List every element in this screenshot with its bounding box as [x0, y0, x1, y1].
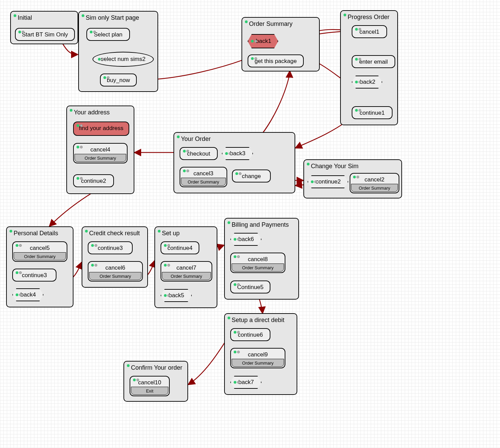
- container-title: Personal Details: [14, 230, 58, 237]
- node-dots-icon: [77, 146, 83, 148]
- node-dots-icon: [98, 58, 104, 61]
- node-start-bt-sim-only[interactable]: Start BT Sim Only: [15, 28, 75, 41]
- status-dot-icon: [85, 230, 88, 233]
- node-cancel3[interactable]: cancel3 Order Summary: [180, 167, 227, 187]
- node-enter-email[interactable]: enter email: [352, 55, 395, 68]
- node-dots-icon: [225, 152, 231, 155]
- node-dots-icon: [355, 58, 361, 61]
- node-label: back1: [256, 38, 271, 45]
- node-label: buy_now: [107, 77, 130, 84]
- node-back3[interactable]: back3: [222, 147, 253, 160]
- node-dots-icon: [133, 379, 139, 381]
- node-label: continue4: [167, 245, 193, 252]
- node-continue2-sim[interactable]: continue2: [307, 175, 348, 188]
- node-continue3-cc[interactable]: continue3: [88, 241, 133, 254]
- sublabel-order-summary: Order Summary: [74, 154, 126, 162]
- node-select-num-sims[interactable]: select num sims2: [93, 52, 154, 67]
- container-title: Order Summary: [249, 20, 293, 28]
- node-dots-icon: [90, 31, 96, 33]
- node-change[interactable]: change: [232, 170, 271, 182]
- status-dot-icon: [70, 109, 72, 112]
- sublabel-order-summary: Order Summary: [14, 252, 66, 260]
- node-cancel10[interactable]: cancel10 Exit: [130, 376, 170, 396]
- node-continue4[interactable]: continue4: [161, 241, 199, 254]
- container-personal-details[interactable]: Personal Details cancel5 Order Summary c…: [6, 226, 73, 307]
- node-back7[interactable]: back7: [230, 376, 262, 389]
- node-cancel4[interactable]: cancel4 Order Summary: [73, 143, 128, 163]
- node-label: select num sims2: [101, 56, 145, 63]
- node-dots-icon: [183, 150, 189, 153]
- container-initial[interactable]: Initial Start BT Sim Only: [10, 11, 78, 44]
- node-find-your-address[interactable]: find your address: [73, 122, 129, 136]
- node-cancel5[interactable]: cancel5 Order Summary: [12, 241, 67, 262]
- node-back5[interactable]: back5: [161, 289, 192, 302]
- node-label: cancel6: [105, 265, 126, 271]
- container-sim-start[interactable]: Sim only Start page Select plan select n…: [78, 11, 158, 92]
- container-set-up[interactable]: Set up continue4 cancel7 Order Summary b…: [154, 226, 217, 308]
- node-dots-icon: [183, 170, 189, 172]
- container-billing[interactable]: Billing and Payments back6 cancel8 Order…: [224, 218, 299, 300]
- status-dot-icon: [158, 230, 161, 233]
- node-back6[interactable]: back6: [230, 233, 262, 246]
- node-cancel8[interactable]: cancel8 Order Summary: [230, 253, 285, 273]
- node-label: enter email: [359, 59, 388, 65]
- node-label: continue3: [22, 272, 47, 279]
- container-change-your-sim[interactable]: Change Your Sim continue2 cancel2 Order …: [303, 159, 402, 198]
- container-your-address[interactable]: Your address find your address cancel4 O…: [66, 106, 134, 194]
- container-title: Your Order: [181, 135, 211, 143]
- container-title: Your address: [74, 109, 110, 116]
- node-cancel9[interactable]: cancel9 Order Summary: [230, 348, 285, 368]
- node-cancel1[interactable]: cancel1: [352, 25, 387, 38]
- node-dots-icon: [234, 283, 240, 286]
- node-continue3-pd[interactable]: continue3: [12, 269, 56, 282]
- node-continue6[interactable]: continue6: [230, 328, 270, 341]
- container-title: Credit check result: [89, 230, 140, 237]
- sublabel-order-summary: Order Summary: [232, 359, 284, 367]
- node-select-plan[interactable]: Select plan: [86, 28, 130, 41]
- container-progress-order[interactable]: Progress Order cancel1 enter email back2…: [340, 10, 398, 125]
- container-order-summary[interactable]: Order Summary back1 get this package: [241, 17, 320, 71]
- node-dots-icon: [235, 172, 241, 175]
- node-label: continue1: [360, 110, 385, 116]
- status-dot-icon: [10, 230, 12, 233]
- node-cancel7[interactable]: cancel7 Order Summary: [161, 261, 212, 282]
- status-dot-icon: [127, 364, 130, 367]
- status-dot-icon: [228, 221, 230, 224]
- node-get-this-package[interactable]: get this package: [248, 54, 304, 67]
- node-cancel2[interactable]: cancel2 Order Summary: [350, 173, 399, 193]
- node-continue2-address[interactable]: continue2: [73, 174, 114, 187]
- container-title: Initial: [18, 14, 32, 21]
- node-continue5[interactable]: Continue5: [230, 281, 270, 293]
- node-dots-icon: [164, 294, 170, 297]
- node-dots-icon: [355, 28, 361, 31]
- container-your-order[interactable]: Your Order checkout back3 cancel3 Order …: [173, 132, 295, 193]
- container-title: Confirm Your order: [131, 364, 182, 371]
- node-label: cancel5: [30, 245, 50, 252]
- container-title: Setup a direct debit: [232, 317, 284, 324]
- container-title: Billing and Payments: [232, 221, 289, 228]
- node-cancel6[interactable]: cancel6 Order Summary: [88, 261, 143, 282]
- status-dot-icon: [245, 20, 248, 23]
- node-label: continue2: [81, 178, 106, 185]
- node-back2[interactable]: back2: [352, 76, 382, 89]
- node-checkout[interactable]: checkout: [180, 147, 218, 160]
- container-credit-check[interactable]: Credit check result continue3 cancel6 Or…: [82, 226, 148, 288]
- node-buy-now[interactable]: buy_now: [100, 74, 137, 86]
- node-back1[interactable]: back1: [248, 34, 278, 48]
- sublabel-order-summary: Order Summary: [181, 178, 226, 186]
- node-dots-icon: [77, 124, 83, 127]
- node-continue1[interactable]: continue1: [352, 106, 393, 119]
- node-label: back6: [238, 236, 254, 243]
- node-dots-icon: [234, 255, 240, 258]
- status-dot-icon: [177, 135, 180, 138]
- node-label: Select plan: [94, 31, 122, 38]
- node-dots-icon: [16, 244, 22, 247]
- node-label: continue2: [316, 178, 341, 185]
- status-dot-icon: [14, 14, 16, 17]
- node-label: cancel7: [177, 265, 197, 271]
- container-direct-debit[interactable]: Setup a direct debit continue6 cancel9 O…: [224, 313, 297, 395]
- node-label: Continue5: [237, 284, 264, 291]
- container-confirm-order[interactable]: Confirm Your order cancel10 Exit: [123, 361, 188, 402]
- node-back4[interactable]: back4: [12, 288, 44, 301]
- node-dots-icon: [311, 180, 317, 183]
